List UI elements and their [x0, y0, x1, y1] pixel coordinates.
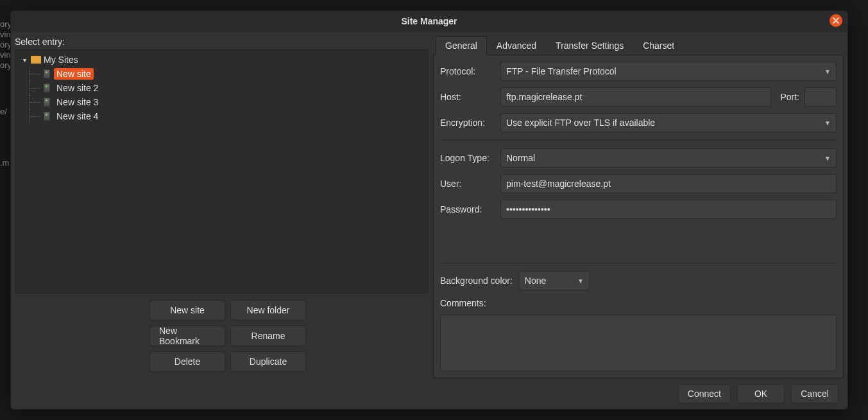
background-color-label: Background color:	[440, 276, 513, 286]
comments-textarea[interactable]	[440, 315, 837, 371]
port-label: Port:	[780, 92, 799, 102]
delete-button[interactable]: Delete	[149, 351, 225, 372]
protocol-value: FTP - File Transfer Protocol	[506, 66, 617, 76]
connect-button[interactable]: Connect	[678, 384, 731, 403]
user-input[interactable]	[500, 174, 837, 193]
site-label: New site	[54, 68, 94, 80]
tab-charset[interactable]: Charset	[633, 36, 684, 55]
dialog-title: Site Manager	[401, 16, 457, 26]
encryption-label: Encryption:	[440, 118, 495, 128]
server-icon	[44, 83, 50, 92]
tree-root[interactable]: ▾ My Sites	[18, 53, 425, 67]
chevron-down-icon: ▼	[577, 277, 584, 284]
divider	[440, 140, 837, 141]
server-icon	[44, 69, 50, 78]
left-pane: Select entry: ▾ My Sites New site New si…	[15, 35, 428, 378]
root-label: My Sites	[44, 55, 78, 65]
dialog-footer: Connect OK Cancel	[11, 378, 847, 409]
site-label: New site 3	[54, 96, 101, 108]
logon-type-value: Normal	[506, 153, 535, 163]
tab-bar: General Advanced Transfer Settings Chars…	[433, 35, 844, 55]
password-label: Password:	[440, 204, 495, 214]
site-label: New site 4	[54, 110, 101, 122]
encryption-value: Use explicit FTP over TLS if available	[506, 118, 655, 128]
port-input[interactable]	[804, 87, 837, 107]
encryption-select[interactable]: Use explicit FTP over TLS if available ▼	[500, 113, 837, 132]
bg-fragment: e/	[0, 107, 7, 116]
right-pane: General Advanced Transfer Settings Chars…	[433, 35, 844, 378]
site-item[interactable]: New site 4	[18, 109, 425, 123]
expand-toggle-icon[interactable]: ▾	[21, 57, 28, 64]
folder-icon	[31, 56, 41, 64]
chevron-down-icon: ▼	[824, 119, 831, 127]
site-item[interactable]: New site 3	[18, 95, 425, 109]
tab-advanced[interactable]: Advanced	[487, 36, 546, 55]
rename-button[interactable]: Rename	[230, 326, 306, 346]
site-item[interactable]: New site	[18, 67, 425, 81]
new-site-button[interactable]: New site	[149, 300, 225, 320]
close-button[interactable]	[830, 14, 842, 27]
new-folder-button[interactable]: New folder	[230, 300, 306, 320]
select-entry-label: Select entry:	[15, 35, 428, 49]
background-color-select[interactable]: None ▼	[519, 271, 590, 290]
titlebar: Site Manager	[11, 11, 847, 31]
protocol-select[interactable]: FTP - File Transfer Protocol ▼	[500, 62, 837, 81]
host-label: Host:	[440, 92, 495, 102]
tab-transfer-settings[interactable]: Transfer Settings	[546, 36, 633, 55]
bg-fragment: vin	[0, 50, 11, 60]
chevron-down-icon: ▼	[824, 68, 831, 75]
chevron-down-icon: ▼	[824, 155, 831, 162]
logon-type-label: Logon Type:	[440, 153, 495, 163]
cancel-button[interactable]: Cancel	[791, 384, 838, 403]
close-icon	[833, 17, 839, 24]
user-label: User:	[440, 179, 495, 189]
tab-panel-general: Protocol: FTP - File Transfer Protocol ▼…	[433, 55, 844, 378]
comments-label: Comments:	[440, 298, 837, 308]
password-input[interactable]	[500, 200, 837, 219]
left-buttons: New site New folder New Bookmark Rename …	[15, 293, 306, 378]
bg-fragment: vin	[0, 30, 11, 39]
logon-type-select[interactable]: Normal ▼	[500, 148, 837, 168]
protocol-label: Protocol:	[440, 66, 495, 76]
tab-general[interactable]: General	[436, 36, 487, 55]
site-tree[interactable]: ▾ My Sites New site New site 2 New site …	[15, 49, 428, 293]
site-manager-dialog: Site Manager Select entry: ▾ My Sites Ne…	[10, 10, 848, 410]
background-color-value: None	[525, 276, 546, 286]
divider	[440, 263, 837, 263]
server-icon	[44, 98, 50, 107]
bg-fragment: .m	[0, 158, 9, 168]
duplicate-button[interactable]: Duplicate	[230, 351, 306, 372]
ok-button[interactable]: OK	[737, 384, 785, 403]
host-input[interactable]	[500, 87, 771, 107]
server-icon	[44, 112, 50, 121]
site-label: New site 2	[54, 82, 101, 94]
new-bookmark-button[interactable]: New Bookmark	[149, 326, 225, 346]
site-item[interactable]: New site 2	[18, 81, 425, 95]
